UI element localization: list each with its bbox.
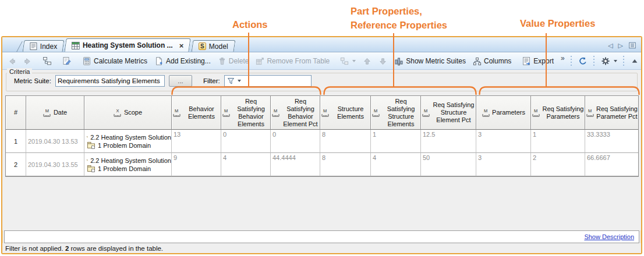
value-cell[interactable]: 13 xyxy=(172,130,221,153)
column-header-req-satisfying-parameters[interactable]: M Req Satisfying Parameters xyxy=(531,96,585,130)
prev-tab-icon[interactable]: ◁ xyxy=(608,42,613,49)
toolbar-overflow-button[interactable]: » xyxy=(559,53,567,63)
value-cell[interactable]: 0 xyxy=(271,130,320,153)
nav-back-button[interactable] xyxy=(6,56,18,67)
add-existing-button[interactable]: Add Existing... xyxy=(153,55,213,67)
value-cell[interactable]: 8 xyxy=(320,153,371,176)
value-cell[interactable]: 1 xyxy=(531,130,585,153)
status-text: Filter is not applied. xyxy=(5,245,63,252)
column-header-structure-elements[interactable]: M Structure Elements xyxy=(320,96,371,130)
toolbar-right-cluster xyxy=(570,55,644,67)
value-cell[interactable]: 9 xyxy=(172,153,221,176)
tab-scroll-controls: ◁ ▷ xyxy=(608,41,636,52)
export-button[interactable]: Export xyxy=(520,55,555,67)
column-label: Scope xyxy=(124,109,142,116)
tab-list-icon[interactable] xyxy=(628,41,636,49)
annotation-value-properties: Value Properties xyxy=(520,18,595,29)
chevron-down-icon xyxy=(238,80,241,82)
filter-input[interactable] xyxy=(224,75,312,87)
measure-icon: M xyxy=(422,109,430,117)
value-cell[interactable]: 50 xyxy=(421,153,476,176)
column-header-req-satisfying-parameter-pct[interactable]: M Req Satisfying Parameter Pct xyxy=(585,96,638,130)
collapse-panel-button[interactable] xyxy=(629,56,641,66)
column-header-date[interactable]: M Date xyxy=(26,96,84,130)
close-icon[interactable]: × xyxy=(179,41,184,50)
ruler-glyph xyxy=(222,113,230,117)
show-description-link[interactable]: Show Description xyxy=(584,233,634,240)
tab-index[interactable]: Index xyxy=(23,40,65,52)
refresh-button[interactable] xyxy=(576,55,589,67)
value-cell[interactable]: 3 xyxy=(476,130,531,153)
calculate-metrics-button[interactable]: Calculate Metrics xyxy=(80,55,149,67)
ruler-glyph xyxy=(482,113,490,117)
column-header-parameters[interactable]: M Parameters xyxy=(476,96,531,130)
table-row: 2 2019.04.30 13.55 2.2 Heating System So… xyxy=(6,153,638,176)
move-down-button[interactable] xyxy=(377,56,389,67)
export-icon xyxy=(522,56,531,66)
measure-icon: M xyxy=(532,109,540,117)
tab-heating-system-solution[interactable]: Heating System Solution ... × xyxy=(65,38,192,52)
columns-button[interactable]: Columns xyxy=(471,56,513,67)
back-arrow-icon xyxy=(8,57,16,66)
ruler-glyph xyxy=(272,113,279,117)
value-cell[interactable]: 8 xyxy=(320,130,371,153)
value-cell[interactable]: 44.4444 xyxy=(271,153,320,176)
add-page-icon xyxy=(154,56,164,66)
value-cell[interactable]: 2 xyxy=(531,153,585,176)
row-number-cell[interactable]: 1 xyxy=(6,130,26,153)
column-header-scope[interactable]: X Scope xyxy=(84,96,172,130)
column-header-req-satisfying-behavior-elements[interactable]: M Req Satisfying Behavior Elements xyxy=(221,96,271,130)
edit-document-button[interactable] xyxy=(61,55,73,67)
value-cell[interactable]: 33.3333 xyxy=(585,130,638,153)
columns-icon xyxy=(473,57,482,66)
move-rows-icon xyxy=(340,57,349,66)
package-diagram-icon xyxy=(87,141,95,149)
measure-icon: M xyxy=(321,109,329,117)
column-header-behavior-elements[interactable]: M Behavior Elements xyxy=(172,96,221,130)
move-up-button[interactable] xyxy=(361,56,373,67)
chevron-down-icon xyxy=(352,60,356,62)
annotation-part-properties: Part Properties, Reference Properties xyxy=(351,4,447,32)
containment-tree-button[interactable] xyxy=(41,55,54,67)
move-to-dropdown-button[interactable] xyxy=(338,56,358,67)
value-cell[interactable]: 66.6667 xyxy=(585,153,638,176)
chevron-down-icon xyxy=(614,60,617,62)
value-cell[interactable]: 12.5 xyxy=(421,130,476,153)
row-number-cell[interactable]: 2 xyxy=(6,153,26,176)
status-row-count: 2 xyxy=(65,245,69,252)
scope-cell[interactable]: 2.2 Heating System Solution 1 Problem Do… xyxy=(84,153,172,176)
annotation-line xyxy=(546,33,547,87)
scope-item: 2.2 Heating System Solution xyxy=(87,133,171,141)
remove-from-table-button[interactable]: Remove From Table xyxy=(254,56,331,67)
column-header-req-satisfying-behavior-element-pct[interactable]: M Req Satisfying Behavior Element Pct xyxy=(271,96,320,130)
measure-icon: M xyxy=(586,109,594,117)
nav-forward-button[interactable] xyxy=(22,56,34,67)
package-diagram-icon xyxy=(87,165,95,172)
package-icon xyxy=(87,157,88,164)
calculate-metrics-label: Calculate Metrics xyxy=(94,57,147,65)
annotation-line xyxy=(393,33,394,87)
table-row: 1 2019.04.30 13.53 2.2 Heating System So… xyxy=(6,130,638,153)
column-header-number[interactable]: # xyxy=(6,96,26,130)
trash-icon xyxy=(218,57,227,66)
value-cell[interactable]: 3 xyxy=(476,153,531,176)
value-cell[interactable]: 4 xyxy=(371,153,421,176)
value-cell[interactable]: 1 xyxy=(371,130,421,153)
metric-suite-input[interactable] xyxy=(55,75,165,87)
value-cell[interactable]: 4 xyxy=(221,153,271,176)
scope-cell[interactable]: 2.2 Heating System Solution 1 Problem Do… xyxy=(84,130,172,153)
column-label: Structure Elements xyxy=(331,105,370,120)
next-tab-icon[interactable]: ▷ xyxy=(618,42,623,49)
date-cell[interactable]: 2019.04.30 13.53 xyxy=(26,130,84,153)
show-metric-suites-button[interactable]: Show Metric Suites xyxy=(392,55,468,67)
bar-chart-icon xyxy=(394,56,404,66)
metric-suite-browse-button[interactable]: ... xyxy=(169,75,192,87)
down-arrow-icon xyxy=(378,57,387,66)
value-cell[interactable]: 0 xyxy=(221,130,271,153)
column-header-req-satisfying-structure-element-pct[interactable]: M Req Satisfying Structure Element Pct xyxy=(421,96,476,130)
delete-button[interactable]: Delete xyxy=(216,56,251,67)
tab-model[interactable]: S Model xyxy=(191,40,235,52)
settings-gear-button[interactable] xyxy=(599,55,619,67)
column-header-req-satisfying-structure-elements[interactable]: M Req Satisfying Structure Elements xyxy=(371,96,421,130)
date-cell[interactable]: 2019.04.30 13.55 xyxy=(26,153,84,176)
